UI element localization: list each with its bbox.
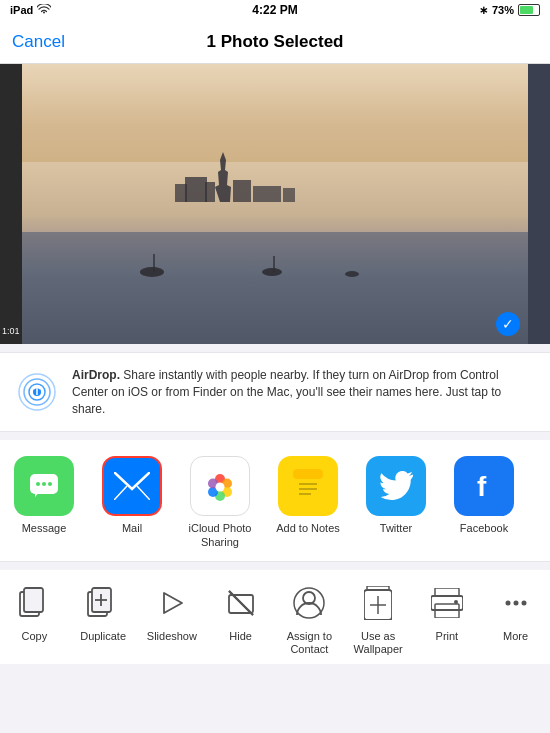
share-item-twitter[interactable]: Twitter: [352, 456, 440, 548]
svg-rect-5: [253, 186, 281, 202]
action-label-assign: Assign to Contact: [287, 630, 332, 656]
svg-rect-33: [293, 469, 323, 479]
action-label-copy: Copy: [22, 630, 48, 643]
timer-badge: 1:01: [2, 326, 20, 336]
action-item-more[interactable]: More: [481, 582, 550, 656]
mail-app-icon: [102, 456, 162, 516]
hide-icon: [220, 582, 262, 624]
action-label-wallpaper: Use as Wallpaper: [354, 630, 403, 656]
share-item-mail[interactable]: Mail: [88, 456, 176, 548]
print-icon: [426, 582, 468, 624]
bluetooth-icon: ∗: [479, 4, 488, 17]
svg-point-21: [48, 482, 52, 486]
airdrop-section: AirDrop. Share instantly with people nea…: [0, 352, 550, 432]
svg-point-11: [345, 271, 359, 277]
action-item-wallpaper[interactable]: Use as Wallpaper: [344, 582, 413, 656]
share-item-facebook[interactable]: f Facebook: [440, 456, 528, 548]
share-item-icloud[interactable]: iCloud Photo Sharing: [176, 456, 264, 548]
svg-point-9: [262, 268, 282, 276]
share-item-message[interactable]: Message: [0, 456, 88, 548]
photo-selected-checkmark: ✓: [496, 312, 520, 336]
action-item-assign[interactable]: Assign to Contact: [275, 582, 344, 656]
svg-rect-39: [24, 588, 43, 612]
main-photo[interactable]: ✓: [22, 64, 528, 344]
svg-marker-0: [215, 152, 231, 202]
svg-rect-56: [435, 604, 459, 618]
airdrop-body: Share instantly with people nearby. If t…: [72, 368, 501, 416]
message-app-icon: [14, 456, 74, 516]
svg-point-31: [216, 483, 225, 492]
assign-contact-icon: [288, 582, 330, 624]
svg-rect-6: [283, 188, 295, 202]
svg-rect-55: [431, 596, 463, 610]
icloud-app-icon: [190, 456, 250, 516]
share-label-facebook: Facebook: [460, 522, 508, 535]
duplicate-icon: [82, 582, 124, 624]
photo-thumb-right[interactable]: [528, 64, 550, 344]
facebook-app-icon: f: [454, 456, 514, 516]
status-left: iPad: [10, 4, 51, 17]
action-label-print: Print: [436, 630, 459, 643]
twitter-app-icon: [366, 456, 426, 516]
share-label-notes: Add to Notes: [276, 522, 340, 535]
status-bar: iPad 4:22 PM ∗ 73%: [0, 0, 550, 20]
photo-strip: 1:01: [0, 64, 550, 344]
action-item-print[interactable]: Print: [413, 582, 482, 656]
svg-rect-1: [185, 177, 207, 202]
action-item-copy[interactable]: Copy: [0, 582, 69, 656]
wifi-icon: [37, 4, 51, 17]
svg-rect-2: [175, 184, 187, 202]
share-item-notes[interactable]: Add to Notes: [264, 456, 352, 548]
airdrop-description: AirDrop. Share instantly with people nea…: [72, 367, 534, 417]
svg-point-20: [42, 482, 46, 486]
battery-icon: [518, 4, 540, 16]
slideshow-icon: [151, 582, 193, 624]
svg-point-57: [454, 600, 458, 604]
action-item-slideshow[interactable]: Slideshow: [138, 582, 207, 656]
action-label-more: More: [503, 630, 528, 643]
notes-app-icon: [278, 456, 338, 516]
copy-icon: [13, 582, 55, 624]
share-row: Message Mail iCl: [0, 440, 550, 561]
svg-text:f: f: [477, 471, 487, 502]
action-label-slideshow: Slideshow: [147, 630, 197, 643]
airdrop-icon: [16, 371, 58, 413]
boats-layer: [22, 248, 528, 282]
airdrop-title: AirDrop.: [72, 368, 120, 382]
share-label-twitter: Twitter: [380, 522, 412, 535]
more-icon: [495, 582, 537, 624]
building-silhouette: [175, 142, 295, 206]
battery-percent: 73%: [492, 4, 514, 16]
action-label-hide: Hide: [229, 630, 252, 643]
share-label-message: Message: [22, 522, 67, 535]
nav-bar: Cancel 1 Photo Selected: [0, 20, 550, 64]
carrier-label: iPad: [10, 4, 33, 16]
nav-title: 1 Photo Selected: [207, 32, 344, 52]
svg-point-59: [513, 600, 518, 605]
action-row: Copy Duplicate Slideshow: [0, 570, 550, 664]
action-item-hide[interactable]: Hide: [206, 582, 275, 656]
svg-marker-44: [164, 593, 182, 613]
status-right: ∗ 73%: [479, 4, 540, 17]
action-label-duplicate: Duplicate: [80, 630, 126, 643]
svg-rect-3: [205, 182, 215, 202]
svg-point-58: [505, 600, 510, 605]
svg-rect-4: [233, 180, 251, 202]
share-label-mail: Mail: [122, 522, 142, 535]
photo-thumb-left[interactable]: 1:01: [0, 64, 22, 344]
status-time: 4:22 PM: [252, 3, 297, 17]
wallpaper-icon: [357, 582, 399, 624]
svg-point-60: [521, 600, 526, 605]
share-label-icloud: iCloud Photo Sharing: [189, 522, 252, 548]
svg-rect-54: [435, 588, 459, 596]
action-item-duplicate[interactable]: Duplicate: [69, 582, 138, 656]
cancel-button[interactable]: Cancel: [12, 32, 65, 52]
svg-rect-51: [367, 586, 389, 590]
svg-point-7: [140, 267, 164, 277]
svg-point-19: [36, 482, 40, 486]
